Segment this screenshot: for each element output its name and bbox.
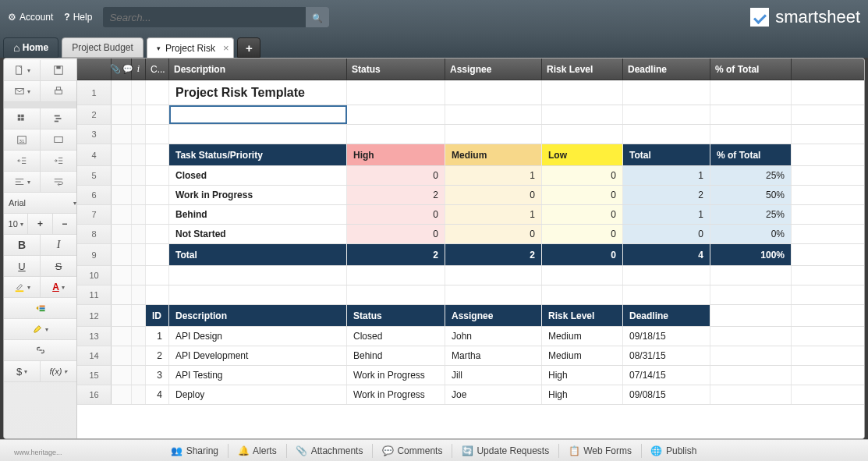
cell[interactable] bbox=[146, 125, 169, 144]
font-decrease-button[interactable]: − bbox=[53, 214, 76, 234]
cell[interactable]: 0 bbox=[623, 225, 710, 243]
icon-cell[interactable] bbox=[112, 305, 132, 326]
icon-cell[interactable] bbox=[112, 225, 132, 243]
cell[interactable]: 0 bbox=[542, 205, 623, 224]
underline-button[interactable]: U bbox=[4, 256, 41, 276]
flag-cell[interactable] bbox=[132, 327, 146, 346]
align-button[interactable]: ▾ bbox=[4, 172, 41, 192]
mail-button[interactable]: ▾ bbox=[4, 81, 41, 101]
cell[interactable]: 1 bbox=[445, 166, 542, 185]
cell[interactable] bbox=[347, 266, 445, 285]
task-status-cell[interactable]: Behind bbox=[347, 346, 445, 365]
tab-home[interactable]: Home bbox=[3, 37, 58, 58]
cell[interactable] bbox=[710, 366, 792, 385]
cell[interactable] bbox=[710, 125, 792, 144]
task-deadline-cell[interactable]: 08/31/15 bbox=[623, 346, 710, 365]
tab-add[interactable]: + bbox=[237, 37, 260, 58]
publish-button[interactable]: 🌐Publish bbox=[645, 442, 703, 459]
status-column-header[interactable]: Status bbox=[347, 59, 445, 80]
task-assignee-cell[interactable]: Martha bbox=[445, 346, 542, 365]
cell[interactable] bbox=[146, 205, 169, 224]
row-number[interactable]: 16 bbox=[77, 385, 112, 404]
cell[interactable]: 1 bbox=[623, 205, 710, 224]
font-increase-button[interactable]: + bbox=[28, 214, 52, 234]
icon-cell[interactable] bbox=[112, 186, 132, 204]
task-risk-header[interactable]: Risk Level bbox=[542, 305, 623, 326]
cell[interactable] bbox=[710, 327, 792, 346]
cell[interactable] bbox=[623, 285, 710, 304]
cell[interactable] bbox=[542, 105, 623, 124]
cell[interactable]: 50% bbox=[710, 186, 792, 204]
task-desc-header[interactable]: Description bbox=[169, 305, 347, 326]
task-status-cell[interactable]: Closed bbox=[347, 327, 445, 346]
task-risk-cell[interactable]: High bbox=[542, 366, 623, 385]
custom-column-header[interactable]: C... bbox=[146, 59, 169, 80]
selected-cell[interactable] bbox=[169, 105, 347, 124]
task-id-cell[interactable]: 3 bbox=[146, 366, 169, 385]
flag-cell[interactable] bbox=[132, 186, 146, 204]
conditional-format-button[interactable] bbox=[4, 298, 76, 318]
flag-column-header[interactable]: i bbox=[132, 59, 146, 80]
task-id-cell[interactable]: 1 bbox=[146, 327, 169, 346]
tab-project-budget[interactable]: Project Budget bbox=[62, 37, 143, 58]
task-risk-cell[interactable]: High bbox=[542, 385, 623, 404]
summary-total-label[interactable]: Total bbox=[169, 244, 347, 265]
cell[interactable] bbox=[623, 266, 710, 285]
cell[interactable] bbox=[146, 225, 169, 243]
wrap-button[interactable] bbox=[41, 172, 76, 192]
cell[interactable] bbox=[542, 80, 623, 105]
cell[interactable] bbox=[623, 105, 710, 124]
cell[interactable] bbox=[623, 80, 710, 105]
summary-label-cell[interactable]: Not Started bbox=[169, 225, 347, 243]
row-number[interactable]: 7 bbox=[77, 205, 112, 224]
cell[interactable] bbox=[146, 186, 169, 204]
task-assignee-header[interactable]: Assignee bbox=[445, 305, 542, 326]
assignee-column-header[interactable]: Assignee bbox=[445, 59, 542, 80]
row-number[interactable]: 13 bbox=[77, 327, 112, 346]
close-icon[interactable]: × bbox=[223, 42, 229, 54]
row-number[interactable]: 5 bbox=[77, 166, 112, 185]
icon-cell[interactable] bbox=[112, 327, 132, 346]
link-button[interactable] bbox=[4, 340, 76, 360]
cell[interactable]: 0 bbox=[347, 205, 445, 224]
icon-cell[interactable] bbox=[112, 144, 132, 165]
grid-view-button[interactable] bbox=[4, 108, 41, 129]
flag-cell[interactable] bbox=[132, 244, 146, 265]
task-risk-cell[interactable]: Medium bbox=[542, 327, 623, 346]
chevron-down-icon[interactable]: ▾ bbox=[157, 44, 161, 52]
cell[interactable] bbox=[146, 166, 169, 185]
risk-level-column-header[interactable]: Risk Level bbox=[542, 59, 623, 80]
row-number[interactable]: 14 bbox=[77, 346, 112, 365]
flag-cell[interactable] bbox=[132, 205, 146, 224]
flag-cell[interactable] bbox=[132, 166, 146, 185]
sheet-title-cell[interactable]: Project Risk Template bbox=[169, 80, 347, 105]
fill-color-button[interactable]: ▾ bbox=[4, 277, 41, 297]
task-id-header[interactable]: ID bbox=[146, 305, 169, 326]
cell[interactable]: 25% bbox=[710, 205, 792, 224]
task-status-cell[interactable]: Work in Progress bbox=[347, 366, 445, 385]
cell[interactable] bbox=[710, 285, 792, 304]
task-id-cell[interactable]: 2 bbox=[146, 346, 169, 365]
summary-medium-header[interactable]: Medium bbox=[445, 144, 542, 165]
row-number[interactable]: 8 bbox=[77, 225, 112, 243]
deadline-column-header[interactable]: Deadline bbox=[623, 59, 710, 80]
flag-cell[interactable] bbox=[132, 385, 146, 404]
text-color-button[interactable]: A▾ bbox=[41, 277, 76, 297]
cell[interactable]: 2 bbox=[623, 186, 710, 204]
pct-column-header[interactable]: % of Total bbox=[710, 59, 792, 80]
sharing-button[interactable]: 👥Sharing bbox=[165, 442, 225, 459]
icon-cell[interactable] bbox=[112, 80, 132, 105]
gantt-view-button[interactable] bbox=[41, 108, 76, 129]
cell[interactable] bbox=[445, 266, 542, 285]
flag-cell[interactable] bbox=[132, 346, 146, 365]
description-column-header[interactable]: Description bbox=[169, 59, 347, 80]
icon-cell[interactable] bbox=[112, 346, 132, 365]
cell[interactable]: 25% bbox=[710, 166, 792, 185]
calendar-button[interactable]: 31 bbox=[4, 129, 41, 150]
cell[interactable] bbox=[445, 285, 542, 304]
cell[interactable] bbox=[146, 105, 169, 124]
cell[interactable] bbox=[445, 125, 542, 144]
cell[interactable]: 0 bbox=[347, 166, 445, 185]
task-assignee-cell[interactable]: Joe bbox=[445, 385, 542, 404]
summary-pct-header[interactable]: % of Total bbox=[710, 144, 792, 165]
